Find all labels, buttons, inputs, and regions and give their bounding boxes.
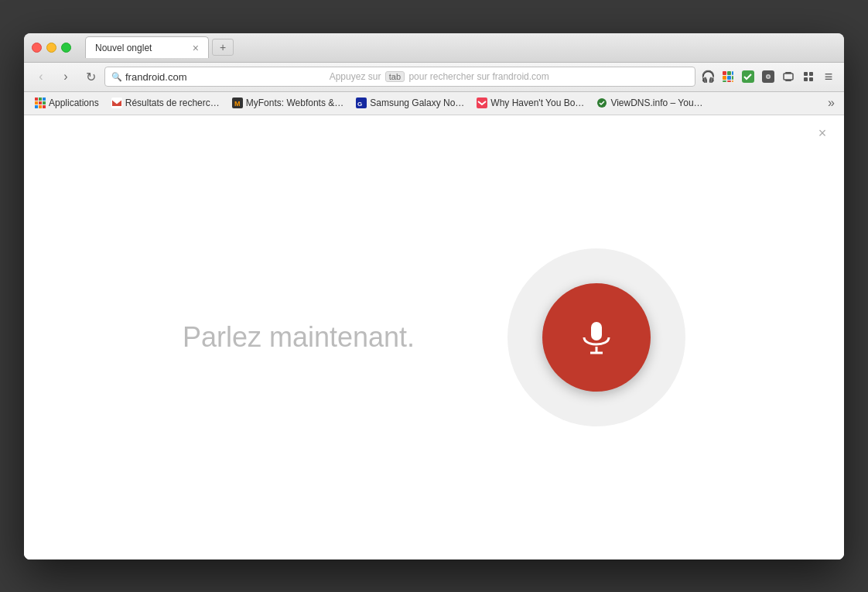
svg-rect-24 (39, 101, 42, 104)
svg-rect-0 (723, 71, 726, 75)
bookmark-viewdns-label: ViewDNS.info – You… (610, 98, 702, 108)
svg-rect-7 (727, 80, 731, 82)
maximize-button[interactable] (61, 43, 71, 53)
title-bar: Nouvel onglet × + (24, 33, 844, 63)
svg-rect-21 (39, 98, 42, 101)
bookmark-applications-label: Applications (49, 98, 99, 108)
camera-icon[interactable] (759, 67, 777, 86)
pocket-icon (477, 98, 487, 108)
refresh-button[interactable]: ↻ (80, 67, 101, 87)
svg-rect-27 (39, 105, 42, 108)
viewdns-icon (596, 98, 607, 108)
back-button[interactable]: ‹ (30, 67, 52, 87)
svg-rect-4 (727, 76, 731, 80)
tab-title: Nouvel onglet (95, 43, 186, 53)
search-hint: Appuyez sur tab pour rechercher sur fran… (190, 71, 689, 82)
bookmark-pocket[interactable]: Why Haven't You Bo… (472, 96, 589, 110)
tab-close-icon[interactable]: × (193, 43, 199, 53)
bookmark-myfonts-label: MyFonts: Webfonts &… (246, 98, 344, 108)
grid-icon[interactable] (719, 67, 737, 86)
gmail-icon (111, 98, 122, 108)
svg-rect-2 (732, 71, 733, 75)
search-hint-suffix: pour rechercher sur frandroid.com (408, 71, 548, 82)
svg-rect-22 (43, 98, 46, 101)
layers-icon[interactable] (779, 67, 798, 86)
svg-text:M: M (234, 100, 241, 108)
browser-window: Nouvel onglet × + ‹ › ↻ 🔍 frandroid.com … (24, 33, 844, 559)
search-hint-prefix: Appuyez sur (330, 71, 381, 82)
bookmarks-bar: Applications Résultats de recherc… M M (24, 92, 844, 115)
svg-rect-34 (477, 98, 487, 108)
svg-rect-15 (785, 80, 791, 81)
bookmark-pocket-label: Why Haven't You Bo… (490, 98, 584, 108)
svg-rect-26 (35, 105, 38, 108)
bookmark-gmail-label: Résultats de recherc… (125, 98, 220, 108)
myfonts-icon: M (232, 98, 243, 108)
checkmark-icon[interactable] (739, 67, 757, 86)
bookmark-samsung-label: Samsung Galaxy No… (370, 98, 464, 108)
svg-rect-14 (785, 72, 791, 74)
microphone-icon (576, 317, 617, 358)
traffic-lights (32, 43, 71, 53)
svg-rect-8 (732, 80, 733, 82)
puzzle-icon[interactable] (799, 67, 818, 86)
tab-bar: Nouvel onglet × + (85, 36, 836, 58)
back-icon: ‹ (39, 70, 43, 84)
svg-rect-18 (804, 77, 808, 81)
svg-point-12 (767, 76, 770, 78)
svg-rect-23 (35, 101, 38, 104)
svg-rect-36 (591, 322, 602, 340)
minimize-button[interactable] (46, 43, 56, 53)
voice-close-button[interactable]: × (813, 125, 832, 143)
close-button[interactable] (32, 43, 42, 53)
svg-rect-20 (35, 98, 38, 101)
nav-bar: ‹ › ↻ 🔍 frandroid.com Appuyez sur tab po… (24, 63, 844, 92)
voice-mic-button[interactable] (542, 283, 651, 392)
refresh-icon: ↻ (86, 70, 96, 84)
lock-icon: 🔍 (111, 72, 122, 82)
content-area: × Parlez maintenant. (24, 115, 844, 559)
svg-rect-16 (804, 72, 808, 76)
svg-rect-5 (732, 76, 733, 80)
apps-grid-icon (35, 98, 46, 108)
headphone-icon[interactable]: 🎧 (699, 67, 717, 86)
svg-rect-25 (43, 101, 46, 104)
voice-circle-outer (507, 248, 685, 426)
bookmarks-more-button[interactable]: » (825, 96, 838, 110)
svg-rect-6 (723, 80, 726, 82)
forward-button[interactable]: › (55, 67, 77, 87)
voice-speak-text: Parlez maintenant. (183, 321, 415, 354)
svg-rect-17 (809, 72, 813, 76)
samsung-icon: G (356, 98, 367, 108)
svg-rect-1 (727, 71, 731, 75)
active-tab[interactable]: Nouvel onglet × (85, 36, 209, 58)
svg-rect-28 (43, 105, 46, 108)
voice-overlay: × Parlez maintenant. (24, 115, 844, 559)
address-url: frandroid.com (125, 71, 186, 83)
bookmark-samsung[interactable]: G Samsung Galaxy No… (351, 96, 469, 110)
svg-text:G: G (357, 101, 362, 108)
voice-content: Parlez maintenant. (24, 115, 844, 559)
new-tab-button[interactable]: + (212, 39, 234, 56)
svg-rect-13 (784, 74, 793, 80)
bookmark-applications[interactable]: Applications (30, 96, 104, 110)
nav-tools: 🎧 (699, 67, 838, 86)
forward-icon: › (63, 70, 67, 84)
bookmark-viewdns[interactable]: ViewDNS.info – You… (592, 96, 707, 110)
svg-rect-3 (723, 76, 726, 80)
menu-icon[interactable]: ≡ (819, 67, 838, 86)
bookmark-myfonts[interactable]: M MyFonts: Webfonts &… (227, 96, 349, 110)
tab-key: tab (385, 71, 405, 82)
address-bar[interactable]: 🔍 frandroid.com Appuyez sur tab pour rec… (104, 67, 695, 87)
bookmark-gmail[interactable]: Résultats de recherc… (107, 96, 224, 110)
svg-rect-19 (809, 77, 813, 81)
